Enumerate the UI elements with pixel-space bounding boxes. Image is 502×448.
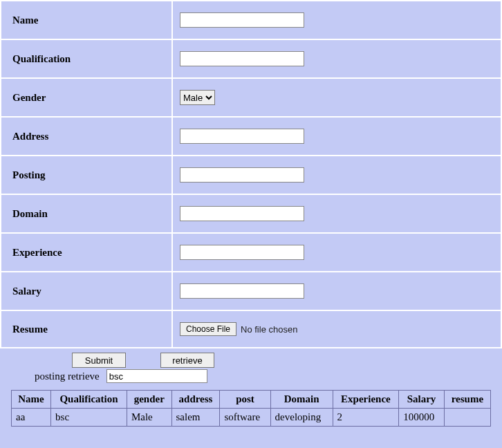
posting-label: Posting (1, 156, 172, 194)
employee-form: Name Qualification Gender Male Address P… (0, 0, 502, 348)
salary-label: Salary (1, 272, 172, 310)
resume-label: Resume (1, 310, 172, 348)
domain-label: Domain (1, 194, 172, 233)
table-cell: Male (127, 409, 171, 427)
experience-label: Experience (1, 233, 172, 272)
table-cell (444, 409, 490, 427)
table-cell: salem (171, 409, 220, 427)
table-header: resume (444, 391, 490, 409)
table-cell: software (220, 409, 270, 427)
table-header: Salary (399, 391, 445, 409)
salary-input[interactable] (180, 283, 304, 299)
table-header: gender (127, 391, 171, 409)
table-cell: aa (12, 409, 51, 427)
table-header: Qualification (51, 391, 127, 409)
retrieve-row: posting retrieve (0, 369, 502, 383)
posting-input[interactable] (180, 167, 304, 183)
table-cell: 100000 (399, 409, 445, 427)
results-table: NameQualificationgenderaddresspostDomain… (11, 390, 491, 427)
name-input[interactable] (180, 12, 304, 28)
table-cell: developing (270, 409, 333, 427)
table-header: post (220, 391, 270, 409)
address-input[interactable] (180, 129, 304, 144)
table-row: aabscMalesalemsoftwaredeveloping2100000 (12, 409, 491, 427)
choose-file-button[interactable]: Choose File (180, 322, 236, 336)
table-header: Name (12, 391, 51, 409)
table-header: address (171, 391, 220, 409)
domain-input[interactable] (180, 206, 304, 221)
retrieve-button[interactable]: retrieve (160, 353, 214, 368)
posting-retrieve-input[interactable] (106, 369, 207, 383)
address-label: Address (1, 117, 172, 156)
table-header: Experience (333, 391, 399, 409)
gender-select[interactable]: Male (180, 90, 215, 105)
file-status-text: No file chosen (241, 324, 297, 335)
name-label: Name (1, 1, 172, 39)
table-cell: 2 (333, 409, 399, 427)
table-cell: bsc (51, 409, 127, 427)
table-header: Domain (270, 391, 333, 409)
qualification-label: Qualification (1, 39, 172, 78)
gender-label: Gender (1, 78, 172, 117)
qualification-input[interactable] (180, 51, 304, 66)
experience-input[interactable] (180, 245, 304, 260)
submit-button[interactable]: Submit (72, 353, 126, 368)
posting-retrieve-label: posting retrieve (35, 371, 100, 382)
action-row: Submit retrieve (0, 353, 502, 368)
